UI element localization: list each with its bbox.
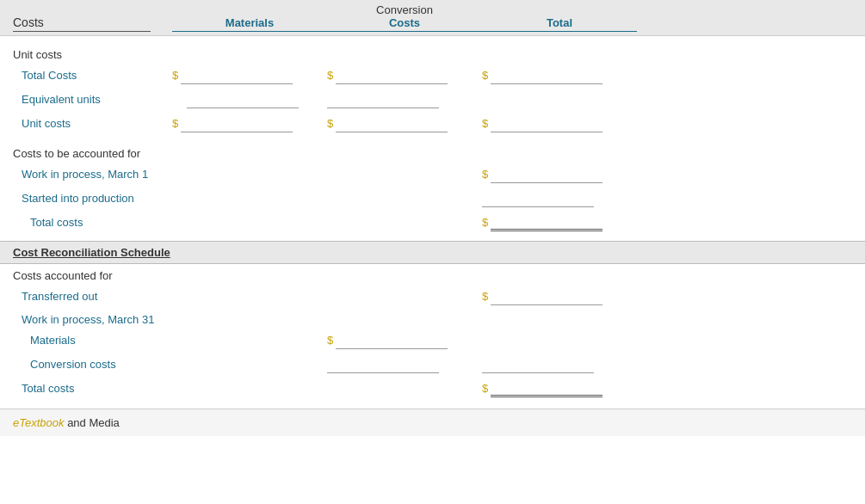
equivalent-units-materials-input[interactable] bbox=[187, 89, 299, 108]
total-costs-materials-input[interactable] bbox=[181, 65, 293, 84]
dollar-sign-11: $ bbox=[482, 382, 488, 395]
etext-label: eTextbook bbox=[13, 416, 65, 429]
equivalent-units-materials-cell bbox=[172, 89, 327, 108]
total-costs-total-cell: $ bbox=[482, 65, 637, 84]
transferred-out-label: Transferred out bbox=[0, 290, 172, 303]
wip-march1-total-cell: $ bbox=[482, 164, 637, 183]
costs-accounted-for-label: Costs accounted for bbox=[0, 264, 865, 284]
total-costs-conversion-cell: $ bbox=[327, 65, 482, 84]
costs-header: Costs bbox=[13, 15, 151, 32]
unit-costs-conversion-cell: $ bbox=[327, 114, 482, 132]
unit-costs-total-input[interactable] bbox=[491, 114, 602, 132]
unit-costs-materials-input[interactable] bbox=[181, 114, 293, 132]
wip-march1-label: Work in process, March 1 bbox=[0, 168, 172, 181]
reconciliation-conversion-row: Conversion costs bbox=[0, 352, 865, 376]
total-costs-accounted-total-cell: $ bbox=[482, 212, 637, 231]
conversion-header-line2: Costs bbox=[327, 16, 482, 32]
started-production-total-cell bbox=[482, 188, 637, 207]
transferred-out-total-input[interactable] bbox=[491, 286, 602, 305]
reconciliation-materials-row: Materials $ bbox=[0, 328, 865, 352]
equivalent-units-conversion-cell bbox=[327, 89, 482, 108]
reconciliation-total-label: Total costs bbox=[0, 382, 172, 395]
materials-header: Materials bbox=[172, 16, 327, 32]
header-row: Costs Materials Conversion Costs Total bbox=[0, 0, 865, 36]
total-costs-conversion-input[interactable] bbox=[336, 65, 448, 84]
reconciliation-conversion-total-cell bbox=[482, 354, 637, 373]
total-header: Total bbox=[482, 16, 637, 32]
equivalent-units-conversion-input[interactable] bbox=[327, 89, 439, 108]
dollar-sign-1: $ bbox=[172, 69, 178, 82]
dollar-sign-6: $ bbox=[482, 117, 488, 130]
unit-costs-conversion-input[interactable] bbox=[336, 114, 448, 132]
dollar-sign-8: $ bbox=[482, 216, 488, 229]
reconciliation-materials-conversion-cell: $ bbox=[327, 330, 482, 349]
reconciliation-materials-conversion-input[interactable] bbox=[336, 330, 448, 349]
and-media-label: and Media bbox=[65, 416, 120, 429]
dollar-sign-4: $ bbox=[172, 117, 178, 130]
wip-march1-total-input[interactable] bbox=[491, 164, 602, 183]
started-production-total-input[interactable] bbox=[482, 188, 594, 207]
total-costs-accounted-total-input[interactable] bbox=[491, 212, 602, 231]
reconciliation-total-row: Total costs $ bbox=[0, 376, 865, 400]
unit-costs-row: Unit costs $ $ $ bbox=[0, 111, 865, 135]
reconciliation-header: Cost Reconciliation Schedule bbox=[0, 241, 865, 264]
equivalent-units-label: Equivalent units bbox=[0, 93, 172, 106]
total-costs-materials-cell: $ bbox=[172, 65, 327, 84]
total-costs-label: Total Costs bbox=[0, 69, 172, 82]
unit-costs-section-label: Unit costs bbox=[0, 43, 865, 63]
reconciliation-conversion-total-input[interactable] bbox=[482, 354, 594, 373]
total-costs-accounted-label: Total costs bbox=[0, 216, 172, 229]
reconciliation-conversion-conversion-cell bbox=[327, 354, 482, 373]
total-costs-total-input[interactable] bbox=[491, 65, 602, 84]
unit-costs-label: Unit costs bbox=[0, 117, 172, 130]
dollar-sign-7: $ bbox=[482, 168, 488, 181]
unit-costs-materials-cell: $ bbox=[172, 114, 327, 132]
reconciliation-conversion-label: Conversion costs bbox=[0, 358, 172, 371]
reconciliation-conversion-conversion-input[interactable] bbox=[327, 354, 439, 373]
equivalent-units-row: Equivalent units bbox=[0, 87, 865, 111]
dollar-sign-10: $ bbox=[327, 334, 333, 347]
footer: eTextbook and Media bbox=[0, 409, 865, 436]
costs-accounted-label: Costs to be accounted for bbox=[0, 142, 865, 162]
dollar-sign-9: $ bbox=[482, 290, 488, 303]
dollar-sign-5: $ bbox=[327, 117, 333, 130]
total-costs-row: Total Costs $ $ $ bbox=[0, 63, 865, 87]
reconciliation-materials-label: Materials bbox=[0, 334, 172, 347]
reconciliation-header-label: Cost Reconciliation Schedule bbox=[13, 246, 170, 259]
conversion-header-line1: Conversion bbox=[327, 3, 482, 16]
wip-march1-row: Work in process, March 1 $ bbox=[0, 162, 865, 186]
unit-costs-total-cell: $ bbox=[482, 114, 637, 132]
dollar-sign-3: $ bbox=[482, 69, 488, 82]
transferred-out-row: Transferred out $ bbox=[0, 284, 865, 308]
total-costs-accounted-row: Total costs $ bbox=[0, 210, 865, 234]
reconciliation-total-total-cell: $ bbox=[482, 378, 637, 397]
dollar-sign-2: $ bbox=[327, 69, 333, 82]
started-production-row: Started into production bbox=[0, 186, 865, 210]
transferred-out-total-cell: $ bbox=[482, 286, 637, 305]
started-production-label: Started into production bbox=[0, 192, 172, 205]
wip-march31-label: Work in process, March 31 bbox=[0, 308, 865, 328]
reconciliation-total-total-input[interactable] bbox=[491, 378, 602, 397]
